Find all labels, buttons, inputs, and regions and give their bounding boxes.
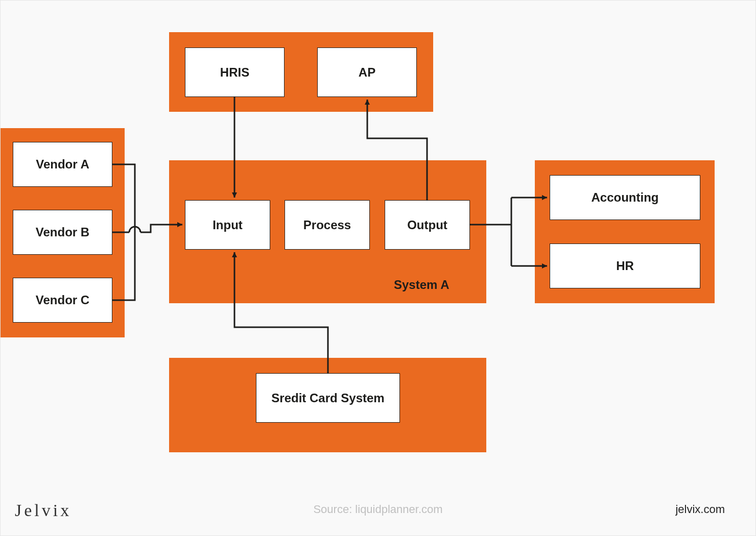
node-label: Output [407, 218, 447, 232]
node-process: Process [285, 200, 370, 250]
site-url: jelvix.com [675, 503, 725, 516]
node-output: Output [385, 200, 470, 250]
diagram-canvas: Vendor A Vendor B Vendor C HRIS AP Input… [0, 0, 756, 536]
node-label: HR [616, 259, 634, 273]
node-label: Vendor C [36, 293, 89, 307]
node-accounting: Accounting [550, 175, 700, 220]
node-label: Vendor A [36, 157, 89, 172]
node-hr: HR [550, 243, 700, 288]
node-label: Sredit Card System [271, 391, 384, 405]
node-label: Accounting [592, 190, 659, 205]
node-label: Process [303, 218, 351, 232]
node-vendor-b: Vendor B [13, 210, 112, 255]
node-ap: AP [317, 47, 417, 97]
node-label: Vendor B [36, 225, 89, 239]
node-label: AP [359, 65, 375, 80]
node-credit-card-system: Sredit Card System [256, 373, 400, 423]
node-input: Input [185, 200, 270, 250]
node-label: Input [212, 218, 243, 232]
system-a-label: System A [394, 278, 450, 292]
node-vendor-c: Vendor C [13, 278, 112, 323]
node-vendor-a: Vendor A [13, 142, 112, 187]
source-attribution: Source: liquidplanner.com [1, 503, 755, 516]
node-hris: HRIS [185, 47, 285, 97]
node-label: HRIS [220, 65, 249, 80]
